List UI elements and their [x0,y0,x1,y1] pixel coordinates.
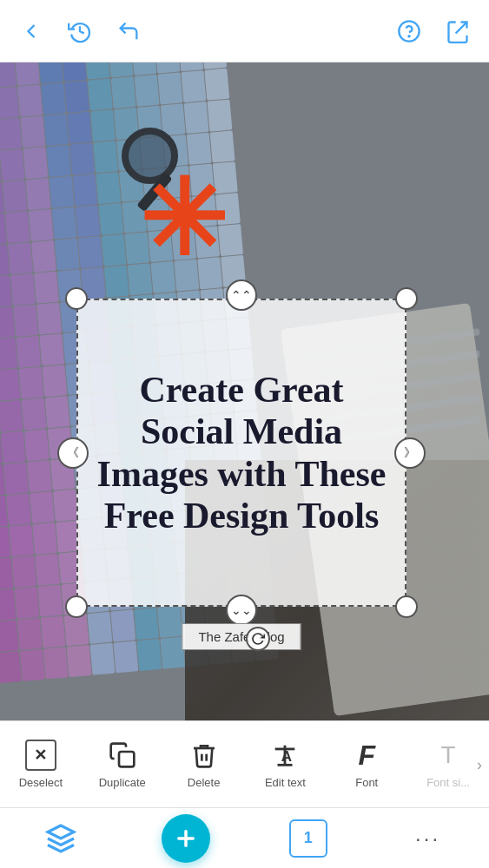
svg-marker-8 [48,825,74,838]
bottom-toolbar: ✕ Deselect Duplicate [0,720,489,807]
blog-badge[interactable]: The Zafer Blog [182,623,301,650]
nav-add-button[interactable] [162,814,210,863]
svg-rect-3 [119,752,134,766]
handle-bottom-right[interactable] [395,595,418,618]
text-box-container[interactable]: Create Great Social Media Images with Th… [76,299,406,607]
main-headline: Create Great Social Media Images with Th… [92,369,391,536]
toolbar-item-delete[interactable]: Delete [163,721,245,808]
deselect-label: Deselect [19,776,63,789]
top-left-actions [17,17,142,45]
nav-more-button[interactable]: ··· [406,817,450,860]
canvas-area[interactable]: ✳ Create Great Social Media Images with … [0,62,489,720]
handle-top-right[interactable] [395,287,418,310]
back-button[interactable] [17,17,45,45]
font-size-label: Font si... [426,776,470,789]
deselect-icon: ✕ [25,740,56,771]
duplicate-label: Duplicate [99,776,146,789]
duplicate-icon [107,740,138,771]
nav-layers-button[interactable] [39,817,83,860]
edit-text-icon: A [269,740,301,771]
handle-bottom[interactable]: ⌄⌄ [226,595,257,626]
delete-label: Delete [188,776,221,789]
asterisk-decoration: ✳ [139,167,227,271]
svg-text:A: A [281,748,292,765]
bottom-nav: 1 ··· [0,807,489,868]
history-button[interactable] [66,17,94,45]
text-box[interactable]: Create Great Social Media Images with Th… [76,299,406,607]
handle-top-left[interactable] [65,287,88,310]
blog-badge-text: The Zafer Blog [198,629,284,644]
rotate-handle[interactable] [246,627,270,651]
undo-button[interactable] [115,17,142,45]
top-toolbar [0,0,489,62]
nav-pages-button[interactable]: 1 [289,819,327,858]
delete-icon [188,740,220,771]
toolbar-items: ✕ Deselect Duplicate [0,721,489,808]
handle-bottom-left[interactable] [65,595,88,618]
toolbar-item-edit-text[interactable]: A Edit text [244,721,326,808]
toolbar-item-duplicate[interactable]: Duplicate [82,721,163,808]
font-icon: F [351,740,382,771]
help-button[interactable] [395,17,423,45]
svg-line-2 [456,22,467,33]
toolbar-item-deselect[interactable]: ✕ Deselect [0,721,82,808]
handle-top[interactable]: ⌃⌃ [226,279,257,311]
top-right-actions [395,17,472,45]
export-button[interactable] [444,17,472,45]
edit-text-label: Edit text [265,776,306,789]
toolbar-arrow[interactable]: › [477,755,482,773]
font-label: Font [355,776,378,789]
toolbar-item-font[interactable]: F Font [326,721,407,808]
font-size-icon: T [433,740,464,771]
handle-left[interactable]: 《 [57,437,89,469]
handle-right[interactable]: 》 [394,437,426,469]
pages-number: 1 [304,829,313,847]
